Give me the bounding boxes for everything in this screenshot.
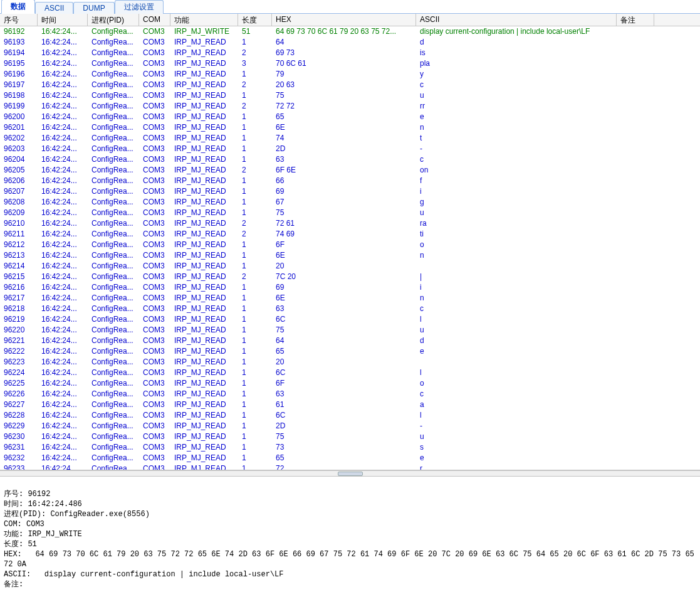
cell-proc: ConfigRea...	[88, 357, 139, 367]
table-row[interactable]: 9619616:42:24...ConfigRea...COM3IRP_MJ_R…	[0, 69, 700, 80]
cell-hex: 67	[272, 197, 416, 208]
table-row[interactable]: 9620716:42:24...ConfigRea...COM3IRP_MJ_R…	[0, 186, 700, 197]
table-row[interactable]: 9620416:42:24...ConfigRea...COM3IRP_MJ_R…	[0, 154, 700, 165]
cell-proc: ConfigRea...	[88, 336, 139, 346]
table-row[interactable]: 9621016:42:24...ConfigRea...COM3IRP_MJ_R…	[0, 218, 700, 229]
tab-data[interactable]: 数据	[1, 0, 35, 14]
cell-time: 16:42:24...	[38, 26, 88, 37]
table-row[interactable]: 9621216:42:24...ConfigRea...COM3IRP_MJ_R…	[0, 240, 700, 250]
table-row[interactable]: 9622016:42:24...ConfigRea...COM3IRP_MJ_R…	[0, 325, 700, 336]
table-row[interactable]: 9620616:42:24...ConfigRea...COM3IRP_MJ_R…	[0, 176, 700, 186]
col-func[interactable]: 功能	[170, 14, 238, 26]
table-row[interactable]: 9619816:42:24...ConfigRea...COM3IRP_MJ_R…	[0, 90, 700, 101]
cell-time: 16:42:24...	[38, 378, 88, 389]
table-row[interactable]: 9620316:42:24...ConfigRea...COM3IRP_MJ_R…	[0, 144, 700, 154]
cell-proc: ConfigRea...	[88, 122, 139, 133]
table-row[interactable]: 9623216:42:24...ConfigRea...COM3IRP_MJ_R…	[0, 453, 700, 463]
table-row[interactable]: 9622516:42:24...ConfigRea...COM3IRP_MJ_R…	[0, 378, 700, 389]
cell-seq: 96198	[0, 90, 38, 101]
table-row[interactable]: 9619716:42:24...ConfigRea...COM3IRP_MJ_R…	[0, 80, 700, 90]
table-row[interactable]: 9620916:42:24...ConfigRea...COM3IRP_MJ_R…	[0, 208, 700, 218]
tab-dump[interactable]: DUMP	[73, 2, 114, 14]
col-com[interactable]: COM	[139, 14, 170, 26]
cell-ascii: pla	[416, 58, 617, 69]
cell-len: 1	[238, 367, 272, 378]
col-len[interactable]: 长度	[238, 14, 272, 26]
cell-len: 2	[238, 48, 272, 58]
cell-len: 3	[238, 58, 272, 69]
table-row[interactable]: 9622216:42:24...ConfigRea...COM3IRP_MJ_R…	[0, 346, 700, 357]
cell-func: IRP_MJ_WRITE	[170, 26, 238, 37]
table-row[interactable]: 9621516:42:24...ConfigRea...COM3IRP_MJ_R…	[0, 272, 700, 282]
cell-ascii: g	[416, 197, 617, 208]
tab-filter[interactable]: 过滤设置	[115, 0, 164, 14]
cell-time: 16:42:24...	[38, 144, 88, 154]
cell-note	[617, 367, 654, 378]
col-note[interactable]: 备注	[617, 14, 654, 26]
table-row[interactable]: 9622716:42:24...ConfigRea...COM3IRP_MJ_R…	[0, 399, 700, 410]
table-row[interactable]: 9622816:42:24...ConfigRea...COM3IRP_MJ_R…	[0, 410, 700, 421]
table-row[interactable]: 9620516:42:24...ConfigRea...COM3IRP_MJ_R…	[0, 165, 700, 176]
table-row[interactable]: 9620816:42:24...ConfigRea...COM3IRP_MJ_R…	[0, 197, 700, 208]
table-row[interactable]: 9621316:42:24...ConfigRea...COM3IRP_MJ_R…	[0, 250, 700, 261]
col-time[interactable]: 时间	[38, 14, 88, 26]
cell-proc: ConfigRea...	[88, 272, 139, 282]
table-row[interactable]: 9621416:42:24...ConfigRea...COM3IRP_MJ_R…	[0, 261, 700, 272]
table-row[interactable]: 9622616:42:24...ConfigRea...COM3IRP_MJ_R…	[0, 389, 700, 399]
table-row[interactable]: 9621816:42:24...ConfigRea...COM3IRP_MJ_R…	[0, 304, 700, 314]
horizontal-scrollbar[interactable]	[0, 470, 700, 477]
cell-time: 16:42:24...	[38, 410, 88, 421]
cell-proc: ConfigRea...	[88, 240, 139, 250]
table-row[interactable]: 9620216:42:24...ConfigRea...COM3IRP_MJ_R…	[0, 133, 700, 144]
table-row[interactable]: 9623316:42:24...ConfigRea...COM3IRP_MJ_R…	[0, 463, 700, 470]
cell-seq: 96230	[0, 431, 38, 442]
col-seq[interactable]: 序号	[0, 14, 38, 26]
table-row[interactable]: 9619216:42:24...ConfigRea...COM3IRP_MJ_W…	[0, 26, 700, 37]
grid-body[interactable]: 9619216:42:24...ConfigRea...COM3IRP_MJ_W…	[0, 26, 700, 470]
cell-func: IRP_MJ_READ	[170, 250, 238, 261]
col-proc[interactable]: 进程(PID)	[88, 14, 139, 26]
table-row[interactable]: 9619416:42:24...ConfigRea...COM3IRP_MJ_R…	[0, 48, 700, 58]
scrollbar-thumb[interactable]	[338, 472, 363, 476]
cell-ascii: o	[416, 240, 617, 250]
table-row[interactable]: 9620016:42:24...ConfigRea...COM3IRP_MJ_R…	[0, 112, 700, 122]
table-row[interactable]: 9622316:42:24...ConfigRea...COM3IRP_MJ_R…	[0, 357, 700, 367]
table-row[interactable]: 9619516:42:24...ConfigRea...COM3IRP_MJ_R…	[0, 58, 700, 69]
cell-com: COM3	[139, 367, 170, 378]
cell-hex: 74	[272, 133, 416, 144]
cell-seq: 96223	[0, 357, 38, 367]
table-row[interactable]: 9621716:42:24...ConfigRea...COM3IRP_MJ_R…	[0, 293, 700, 304]
table-row[interactable]: 9620116:42:24...ConfigRea...COM3IRP_MJ_R…	[0, 122, 700, 133]
table-row[interactable]: 9622916:42:24...ConfigRea...COM3IRP_MJ_R…	[0, 421, 700, 431]
table-row[interactable]: 9623116:42:24...ConfigRea...COM3IRP_MJ_R…	[0, 442, 700, 453]
cell-len: 1	[238, 112, 272, 122]
cell-ascii	[416, 261, 617, 272]
detail-com-value: COM3	[26, 520, 44, 529]
cell-com: COM3	[139, 165, 170, 176]
cell-func: IRP_MJ_READ	[170, 463, 238, 470]
col-hex[interactable]: HEX	[272, 14, 416, 26]
table-row[interactable]: 9623016:42:24...ConfigRea...COM3IRP_MJ_R…	[0, 431, 700, 442]
cell-proc: ConfigRea...	[88, 389, 139, 399]
table-row[interactable]: 9619916:42:24...ConfigRea...COM3IRP_MJ_R…	[0, 101, 700, 112]
table-row[interactable]: 9622416:42:24...ConfigRea...COM3IRP_MJ_R…	[0, 367, 700, 378]
cell-proc: ConfigRea...	[88, 133, 139, 144]
cell-com: COM3	[139, 282, 170, 293]
cell-proc: ConfigRea...	[88, 208, 139, 218]
cell-time: 16:42:24...	[38, 261, 88, 272]
tab-ascii[interactable]: ASCII	[35, 2, 73, 14]
table-row[interactable]: 9622116:42:24...ConfigRea...COM3IRP_MJ_R…	[0, 336, 700, 346]
table-row[interactable]: 9621916:42:24...ConfigRea...COM3IRP_MJ_R…	[0, 314, 700, 325]
cell-com: COM3	[139, 186, 170, 197]
cell-func: IRP_MJ_READ	[170, 37, 238, 48]
table-row[interactable]: 9621616:42:24...ConfigRea...COM3IRP_MJ_R…	[0, 282, 700, 293]
table-row[interactable]: 9621116:42:24...ConfigRea...COM3IRP_MJ_R…	[0, 229, 700, 240]
table-row[interactable]: 9619316:42:24...ConfigRea...COM3IRP_MJ_R…	[0, 37, 700, 48]
cell-hex: 61	[272, 399, 416, 410]
cell-com: COM3	[139, 112, 170, 122]
cell-com: COM3	[139, 240, 170, 250]
cell-func: IRP_MJ_READ	[170, 357, 238, 367]
col-ascii[interactable]: ASCII	[416, 14, 617, 26]
cell-func: IRP_MJ_READ	[170, 69, 238, 80]
cell-len: 1	[238, 261, 272, 272]
